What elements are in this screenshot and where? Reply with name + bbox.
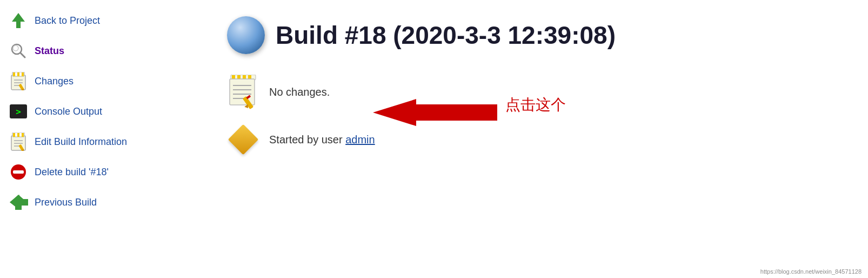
svg-rect-34 [230, 79, 255, 105]
svg-rect-10 [17, 72, 19, 76]
sidebar-item-edit-build[interactable]: Edit Build Information [0, 127, 211, 157]
sidebar-delete-label: Delete build '#18' [35, 167, 109, 178]
sidebar-item-delete[interactable]: Delete build '#18' [0, 157, 211, 187]
svg-rect-21 [22, 133, 24, 137]
svg-marker-0 [12, 13, 25, 28]
svg-line-2 [21, 53, 25, 57]
sidebar-console-label: Console Output [35, 106, 102, 117]
no-changes-icon [227, 76, 259, 108]
build-title-row: Build #18 (2020-3-3 12:39:08) [227, 16, 852, 54]
prev-arrow-icon [9, 193, 28, 212]
started-by-icon [227, 123, 259, 156]
no-entry-icon [9, 162, 28, 182]
main-content: Build #18 (2020-3-3 12:39:08) [211, 0, 868, 278]
started-by-prefix: Started by user [269, 134, 345, 145]
started-by-text: Started by user admin [269, 134, 375, 146]
sidebar-item-back[interactable]: Back to Project [0, 5, 211, 36]
sidebar-item-status[interactable]: Status [0, 36, 211, 66]
changes-notepad-icon [9, 71, 28, 91]
info-section: No changes. Started by user admin [227, 76, 852, 156]
svg-rect-19 [13, 133, 15, 137]
admin-link[interactable]: admin [345, 134, 375, 145]
magnifier-icon [9, 41, 28, 61]
edit-notepad-icon [9, 132, 28, 151]
no-changes-row: No changes. [227, 76, 852, 108]
svg-rect-20 [17, 133, 19, 137]
sidebar-back-label: Back to Project [35, 15, 100, 27]
svg-marker-28 [10, 195, 28, 210]
sidebar: Back to Project Status [0, 0, 211, 278]
sidebar-previous-label: Previous Build [35, 197, 97, 208]
build-status-ball [227, 16, 265, 54]
sidebar-item-console[interactable]: Console Output [0, 96, 211, 127]
svg-rect-9 [13, 72, 15, 76]
sidebar-changes-label: Changes [35, 76, 74, 87]
started-by-row: Started by user admin [227, 123, 852, 156]
build-heading: Build #18 (2020-3-3 12:39:08) [276, 21, 616, 50]
sidebar-item-changes[interactable]: Changes [0, 66, 211, 96]
svg-rect-11 [22, 72, 24, 76]
svg-rect-25 [13, 170, 24, 174]
sidebar-status-label: Status [35, 45, 64, 57]
back-arrow-icon [9, 11, 28, 30]
sidebar-edit-build-label: Edit Build Information [35, 136, 127, 148]
svg-point-3 [13, 45, 18, 51]
sidebar-item-previous[interactable]: Previous Build [0, 187, 211, 217]
console-icon [9, 102, 28, 121]
footer-url: https://blog.csdn.net/weixin_84571128 [760, 268, 862, 275]
no-changes-text: No changes. [269, 86, 330, 98]
